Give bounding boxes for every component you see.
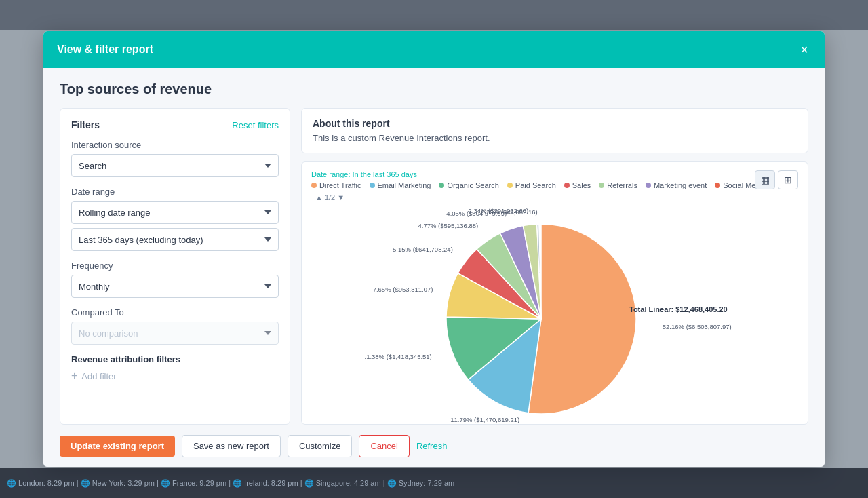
legend-item: Direct Traffic: [311, 181, 361, 189]
cancel-button[interactable]: Cancel: [359, 435, 409, 457]
legend-color-dot: [599, 183, 604, 188]
modal-dialog: View & filter report × Top sources of re…: [43, 31, 825, 467]
revenue-attribution-group: Revenue attribution filters + Add filter: [71, 354, 279, 382]
modal-body: Top sources of revenue Filters Reset fil…: [43, 68, 825, 425]
chart-bar-view-button[interactable]: ▦: [755, 170, 775, 189]
legend-label: Paid Search: [515, 181, 556, 189]
bottom-bar: 🌐 London: 8:29 pm | 🌐 New York: 3:29 pm …: [0, 468, 868, 498]
legend-color-dot: [715, 183, 720, 188]
modal-title: View & filter report: [57, 43, 153, 56]
pie-chart-svg: Total Linear: $12,468,405.2052.16% ($6,5…: [365, 207, 745, 424]
filters-panel: Filters Reset filters Interaction source…: [60, 108, 290, 425]
bottom-bar-text: 🌐 London: 8:29 pm | 🌐 New York: 3:29 pm …: [7, 479, 454, 488]
compared-to-group: Compared To No comparison: [71, 307, 279, 345]
legend-label: Referrals: [607, 181, 637, 189]
pie-label: 11.38% ($1,418,345.51): [365, 353, 432, 360]
compared-to-label: Compared To: [71, 307, 279, 318]
legend-label: Marketing event: [654, 181, 707, 189]
legend-color-dot: [311, 183, 317, 188]
pie-label: 0.35% ($44,062.16): [481, 208, 537, 216]
modal-close-button[interactable]: ×: [797, 40, 811, 59]
chart-toolbar: ▦ ⊞: [755, 170, 798, 189]
filters-header: Filters Reset filters: [71, 119, 279, 130]
pie-label: 5.15% ($641,708.24): [393, 246, 453, 253]
date-range-group: Date range Rolling date range Last 365 d…: [71, 187, 279, 251]
plus-icon: +: [71, 370, 77, 382]
interaction-source-select[interactable]: Search: [71, 154, 279, 177]
svg-text:Total Linear: $12,468,405.20: Total Linear: $12,468,405.20: [629, 305, 728, 313]
legend-label: Organic Search: [447, 181, 498, 189]
legend-item: Sales: [564, 181, 591, 189]
reset-filters-button[interactable]: Reset filters: [232, 120, 279, 130]
frequency-select[interactable]: Monthly: [71, 275, 279, 298]
legend-color-dot: [439, 183, 444, 188]
chart-box: ▦ ⊞ Date range: In the last 365 days Dir…: [301, 161, 808, 425]
table-icon: ⊞: [784, 174, 792, 185]
about-report-box: About this report This is a custom Reven…: [301, 108, 808, 153]
pie-label: 11.79% ($1,470,619.21): [450, 416, 519, 423]
chart-container: Total Linear: $12,468,405.2052.16% ($6,5…: [311, 207, 798, 424]
chart-date-range: Date range: In the last 365 days: [311, 170, 798, 178]
customize-button[interactable]: Customize: [288, 435, 352, 457]
refresh-button[interactable]: Refresh: [416, 441, 448, 451]
date-range-selects: Rolling date range Last 365 days (exclud…: [71, 201, 279, 251]
modal-footer: Update existing report Save as new repor…: [43, 425, 825, 467]
frequency-group: Frequency Monthly: [71, 261, 279, 298]
save-new-report-button[interactable]: Save as new report: [182, 435, 281, 457]
legend-item: Organic Search: [439, 181, 498, 189]
about-report-description: This is a custom Revenue Interactions re…: [313, 133, 797, 143]
chart-table-view-button[interactable]: ⊞: [778, 170, 798, 189]
interaction-source-group: Interaction source Search: [71, 140, 279, 177]
compared-to-select[interactable]: No comparison: [71, 322, 279, 345]
legend-color-dot: [564, 183, 570, 188]
pie-label: 4.77% ($595,136.88): [418, 222, 479, 229]
report-title: Top sources of revenue: [60, 81, 808, 97]
right-panel: About this report This is a custom Reven…: [301, 108, 808, 425]
modal-header: View & filter report ×: [43, 31, 825, 68]
date-range-period-select[interactable]: Last 365 days (excluding today): [71, 228, 279, 251]
pie-slice: [528, 224, 636, 414]
legend-label: Sales: [572, 181, 591, 189]
update-report-button[interactable]: Update existing report: [60, 436, 175, 457]
date-range-type-select[interactable]: Rolling date range: [71, 201, 279, 224]
legend-item: Email Marketing: [370, 181, 431, 189]
legend-color-dot: [507, 183, 513, 188]
legend-color-dot: [370, 183, 375, 188]
pie-label: 7.65% ($953,311.07): [373, 286, 433, 293]
about-report-title: About this report: [313, 118, 797, 129]
frequency-label: Frequency: [71, 261, 279, 271]
modal-content-row: Filters Reset filters Interaction source…: [60, 108, 808, 425]
legend-label: Direct Traffic: [319, 181, 361, 189]
legend-item: Marketing event: [646, 181, 707, 189]
legend-color-dot: [646, 183, 651, 188]
pie-label: 52.16% ($6,503,807.97): [663, 323, 732, 330]
chart-legend: Direct TrafficEmail MarketingOrganic Sea…: [311, 181, 798, 202]
revenue-attribution-title: Revenue attribution filters: [71, 354, 279, 364]
legend-label: Email Marketing: [378, 181, 431, 189]
add-filter-row[interactable]: + Add filter: [71, 370, 279, 382]
date-range-label: Date range: [71, 187, 279, 197]
add-filter-label: Add filter: [81, 371, 116, 381]
legend-item: Paid Search: [507, 181, 556, 189]
interaction-source-label: Interaction source: [71, 140, 279, 150]
chart-pagination[interactable]: ▲ 1/2 ▼: [315, 193, 344, 202]
legend-item: Referrals: [599, 181, 637, 189]
bar-chart-icon: ▦: [761, 174, 770, 185]
filters-title: Filters: [71, 119, 100, 130]
